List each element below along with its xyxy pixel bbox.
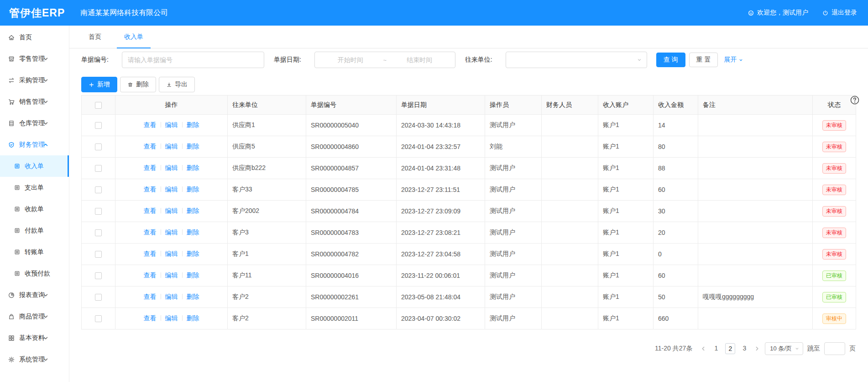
link-separator — [182, 229, 183, 235]
view-link[interactable]: 查看 — [144, 271, 157, 279]
row-checkbox[interactable] — [95, 208, 102, 215]
cell-finance-staff — [542, 136, 598, 158]
delete-link[interactable]: 删除 — [187, 143, 199, 150]
view-link[interactable]: 查看 — [144, 314, 157, 322]
next-page-button[interactable] — [753, 345, 761, 352]
view-link[interactable]: 查看 — [144, 250, 157, 257]
view-link[interactable]: 查看 — [144, 143, 157, 150]
sidebar-subitem[interactable]: 支出单 — [0, 177, 69, 198]
welcome-user[interactable]: 欢迎您，测试用户 — [748, 9, 808, 17]
sidebar-item[interactable]: 基本资料 — [0, 327, 69, 349]
row-checkbox[interactable] — [95, 272, 102, 279]
help-icon[interactable] — [850, 95, 860, 105]
row-checkbox[interactable] — [95, 143, 102, 150]
sidebar-item[interactable]: 财务管理 — [0, 134, 69, 155]
sidebar: 首页零售管理采购管理销售管理仓库管理财务管理收入单支出单收款单付款单转账单收预付… — [0, 26, 69, 382]
edit-link[interactable]: 编辑 — [165, 250, 178, 257]
sidebar-item-label: 财务管理 — [19, 141, 45, 149]
date-end-input[interactable] — [387, 56, 451, 64]
delete-link[interactable]: 删除 — [187, 207, 199, 214]
view-link[interactable]: 查看 — [144, 164, 157, 171]
link-separator — [182, 165, 183, 170]
row-checkbox[interactable] — [95, 165, 102, 172]
delete-link[interactable]: 删除 — [187, 314, 199, 322]
edit-link[interactable]: 编辑 — [165, 121, 178, 128]
date-start-input[interactable] — [319, 56, 382, 64]
date-range-picker[interactable]: ~ — [314, 52, 455, 68]
sidebar-item[interactable]: 商品管理 — [0, 306, 69, 327]
edit-link[interactable]: 编辑 — [165, 228, 178, 236]
sidebar-subitem[interactable]: 收预付款 — [0, 263, 69, 284]
edit-link[interactable]: 编辑 — [165, 143, 178, 150]
sidebar-item-label: 系统管理 — [19, 355, 45, 364]
sidebar-item[interactable]: 采购管理 — [0, 69, 69, 91]
reset-button[interactable]: 重 置 — [689, 53, 718, 67]
sidebar-item[interactable]: 仓库管理 — [0, 112, 69, 134]
edit-link[interactable]: 编辑 — [165, 293, 178, 300]
page-size-select[interactable]: 10 条/页 — [765, 342, 803, 355]
delete-link[interactable]: 删除 — [187, 186, 199, 193]
delete-button[interactable]: 删除 — [120, 77, 156, 92]
status-badge: 未审核 — [822, 142, 846, 152]
retail-icon — [8, 55, 15, 63]
cell-operator: 测试用户 — [485, 158, 542, 179]
edit-link[interactable]: 编辑 — [165, 314, 178, 322]
row-checkbox[interactable] — [95, 315, 102, 322]
tab[interactable]: 收入单 — [117, 26, 151, 48]
sidebar-subitem[interactable]: 收入单 — [0, 155, 69, 177]
row-checkbox[interactable] — [95, 229, 102, 236]
logout-button[interactable]: 退出登录 — [822, 9, 857, 17]
cell-amount: 0 — [654, 244, 698, 265]
export-button[interactable]: 导出 — [159, 77, 195, 92]
view-link[interactable]: 查看 — [144, 228, 157, 236]
sidebar-subitem[interactable]: 转账单 — [0, 241, 69, 263]
select-all-checkbox[interactable] — [95, 102, 102, 109]
view-link[interactable]: 查看 — [144, 207, 157, 214]
partner-select[interactable] — [506, 52, 647, 68]
chevron-down-icon — [42, 77, 49, 84]
edit-link[interactable]: 编辑 — [165, 164, 178, 171]
view-link[interactable]: 查看 — [144, 121, 157, 128]
sidebar-item[interactable]: 报表查询 — [0, 284, 69, 306]
delete-link[interactable]: 删除 — [187, 228, 199, 236]
delete-link[interactable]: 删除 — [187, 271, 199, 279]
page-button-2[interactable]: 2 — [725, 343, 735, 354]
page-button-3[interactable]: 3 — [739, 343, 749, 354]
delete-link[interactable]: 删除 — [187, 164, 199, 171]
row-checkbox[interactable] — [95, 122, 102, 129]
view-link[interactable]: 查看 — [144, 293, 157, 300]
cell-account: 账户1 — [598, 158, 654, 179]
chevron-down-icon — [42, 98, 49, 106]
row-checkbox[interactable] — [95, 186, 102, 193]
expand-link[interactable]: 展开 — [724, 56, 743, 64]
bill-no-input[interactable] — [122, 52, 264, 68]
cell-finance-staff — [542, 115, 598, 136]
status-badge: 未审核 — [822, 163, 846, 174]
sidebar-item[interactable]: 零售管理 — [0, 48, 69, 69]
delete-link[interactable]: 删除 — [187, 250, 199, 257]
page-button-1[interactable]: 1 — [711, 343, 721, 354]
edit-link[interactable]: 编辑 — [165, 207, 178, 214]
row-checkbox[interactable] — [95, 294, 102, 301]
sidebar-item[interactable]: 系统管理 — [0, 349, 69, 370]
search-button[interactable]: 查 询 — [656, 53, 685, 67]
chevron-down-icon — [42, 313, 49, 320]
jump-page-input[interactable] — [824, 342, 845, 355]
edit-link[interactable]: 编辑 — [165, 271, 178, 279]
delete-link[interactable]: 删除 — [187, 121, 199, 128]
add-button[interactable]: 新增 — [81, 77, 117, 92]
sidebar-subitem[interactable]: 付款单 — [0, 220, 69, 241]
sidebar-item[interactable]: 销售管理 — [0, 91, 69, 112]
link-separator — [161, 186, 161, 192]
prev-page-button[interactable] — [700, 345, 707, 352]
delete-link[interactable]: 删除 — [187, 293, 199, 300]
sidebar-item-label: 报表查询 — [19, 291, 45, 299]
view-link[interactable]: 查看 — [144, 186, 157, 193]
sidebar-subitem[interactable]: 收款单 — [0, 198, 69, 220]
row-checkbox[interactable] — [95, 251, 102, 258]
edit-link[interactable]: 编辑 — [165, 186, 178, 193]
sidebar-item[interactable]: 首页 — [0, 27, 69, 48]
tab[interactable]: 首页 — [81, 26, 109, 48]
cell-bill-no: SR00000004860 — [306, 136, 397, 158]
system-icon — [8, 356, 15, 363]
